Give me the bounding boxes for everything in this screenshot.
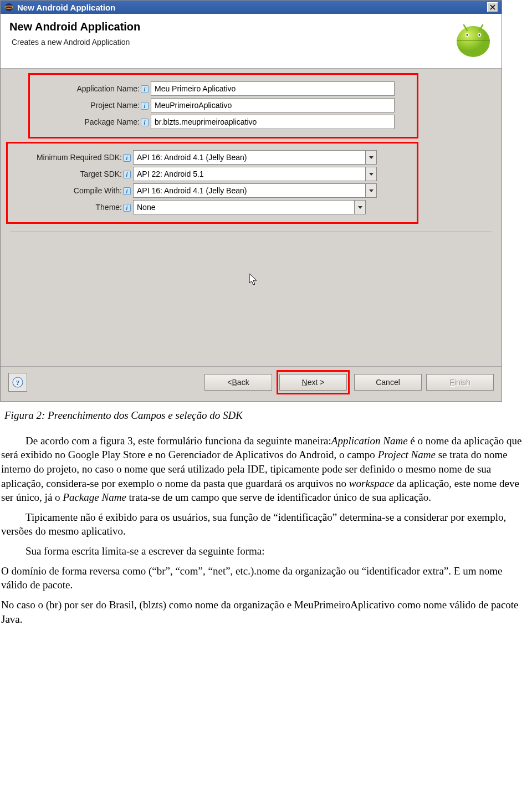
label-app-name: Application Name:i [35, 84, 151, 93]
paragraph: Sua forma escrita limita-se a escrever d… [1, 544, 531, 558]
label-min-sdk: Minimum Required SDK:i [13, 153, 133, 162]
chevron-down-icon [369, 173, 374, 176]
info-icon[interactable]: i [141, 119, 149, 126]
divider [11, 232, 492, 232]
theme-combo[interactable]: None [133, 200, 366, 214]
chevron-down-icon [369, 156, 374, 159]
min-sdk-value: API 16: Android 4.1 (Jelly Bean) [134, 153, 365, 162]
label-project-name: Project Name:i [35, 101, 151, 110]
min-sdk-combo[interactable]: API 16: Android 4.1 (Jelly Bean) [133, 150, 377, 165]
document-body: Figura 2: Preenchimento dos Campos e sel… [0, 402, 532, 638]
highlight-names: Application Name:i Project Name:i Packag… [28, 73, 418, 139]
info-icon[interactable]: i [123, 154, 131, 162]
highlight-next: Next > [277, 370, 350, 394]
android-icon [454, 20, 493, 59]
label-package-name: Package Name:i [35, 117, 151, 126]
eclipse-icon [4, 2, 14, 12]
project-name-input[interactable] [151, 98, 395, 112]
wizard-dialog: New Android Application New Android Appl… [0, 0, 502, 402]
label-target-sdk: Target SDK:i [13, 170, 133, 178]
svg-point-6 [478, 34, 480, 35]
compile-with-combo[interactable]: API 16: Android 4.1 (Jelly Bean) [133, 183, 377, 198]
label-compile-with: Compile With:i [13, 186, 133, 195]
close-icon [490, 4, 495, 10]
window-title: New Android Application [17, 3, 115, 12]
figure-caption: Figura 2: Preenchimento dos Campos e sel… [4, 408, 531, 423]
paragraph: O domínio de forma reversa como (“br”, “… [1, 564, 531, 592]
info-icon[interactable]: i [141, 102, 149, 110]
chevron-down-icon [358, 206, 362, 209]
finish-button[interactable]: Finish [426, 374, 494, 391]
svg-point-0 [5, 3, 13, 11]
chevron-down-icon [369, 189, 374, 192]
paragraph: Tipicamente não é exibido para os usuári… [1, 510, 531, 539]
compile-with-value: API 16: Android 4.1 (Jelly Bean) [134, 186, 365, 195]
header-panel: New Android Application Creates a new An… [1, 14, 502, 69]
close-button[interactable] [487, 2, 498, 12]
highlight-sdk: Minimum Required SDK:i API 16: Android 4… [6, 142, 418, 224]
svg-point-2 [457, 26, 490, 57]
dropdown-button[interactable] [365, 151, 376, 164]
next-button[interactable]: Next > [279, 374, 347, 391]
dropdown-button[interactable] [354, 201, 365, 214]
header-subtitle: Creates a new Android Application [12, 38, 454, 47]
help-button[interactable]: ? [8, 373, 27, 392]
label-theme: Theme:i [13, 203, 133, 212]
theme-value: None [134, 203, 354, 212]
info-icon[interactable]: i [123, 187, 131, 195]
target-sdk-combo[interactable]: API 22: Android 5.1 [133, 167, 377, 181]
info-icon[interactable]: i [141, 85, 149, 93]
target-sdk-value: API 22: Android 5.1 [134, 170, 365, 178]
form-area: Application Name:i Project Name:i Packag… [1, 69, 502, 366]
titlebar[interactable]: New Android Application [1, 1, 502, 14]
header-title: New Android Application [9, 20, 454, 33]
svg-point-4 [466, 34, 468, 35]
cancel-button[interactable]: Cancel [354, 374, 422, 391]
cursor-icon [249, 273, 259, 289]
info-icon[interactable]: i [123, 171, 131, 178]
svg-text:?: ? [16, 378, 20, 387]
info-icon[interactable]: i [123, 204, 131, 212]
dropdown-button[interactable] [365, 167, 376, 181]
application-name-input[interactable] [151, 81, 395, 96]
help-icon: ? [12, 377, 23, 388]
dropdown-button[interactable] [365, 184, 376, 197]
package-name-input[interactable] [151, 115, 395, 129]
paragraph: De acordo com a figura 3, este formulári… [1, 434, 531, 505]
paragraph: No caso o (br) por ser do Brasil, (blzts… [1, 598, 531, 626]
button-bar: ? < Back Next > Cancel Finish [1, 366, 502, 401]
empty-area [6, 240, 496, 362]
back-button[interactable]: < Back [204, 374, 272, 391]
